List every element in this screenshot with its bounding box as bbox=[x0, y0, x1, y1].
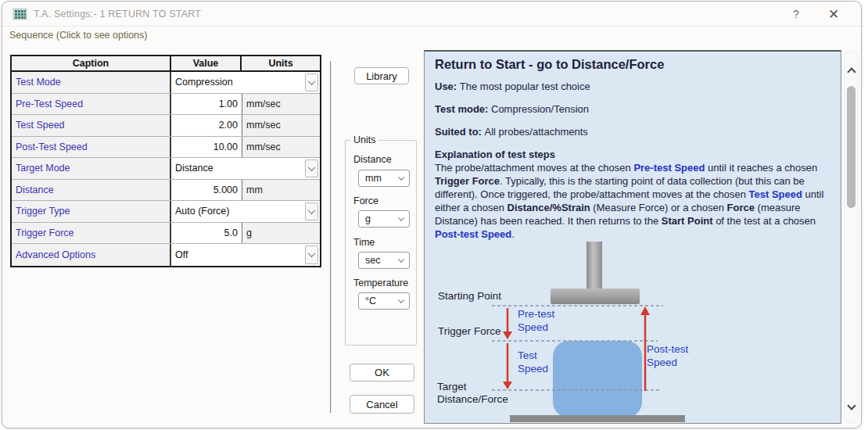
window-title: T.A. Settings:- 1 RETURN TO START bbox=[34, 9, 201, 20]
dropdown-value: Auto (Force) bbox=[175, 206, 229, 217]
info-suitedto-line: Suited to: All probes/attachments bbox=[435, 126, 831, 138]
value-cell[interactable]: 1.00 bbox=[171, 94, 242, 115]
trigger-force-label: Trigger Force bbox=[438, 325, 501, 338]
row-caption: Advanced Options bbox=[12, 244, 171, 266]
chevron-down-icon bbox=[308, 77, 316, 85]
time-unit-select[interactable]: sec bbox=[358, 252, 410, 269]
post-test-speed-label: Post-test Speed bbox=[647, 342, 688, 369]
value-dropdown[interactable]: Distance bbox=[171, 158, 320, 179]
table-header: Caption Value Units bbox=[12, 56, 320, 72]
value-cell[interactable]: 10.00 bbox=[171, 137, 242, 158]
ok-button[interactable]: OK bbox=[350, 364, 414, 382]
chevron-down-icon bbox=[308, 206, 316, 214]
units-groupbox-title: Units bbox=[350, 134, 378, 145]
info-testmode-line: Test mode: Compression/Tension bbox=[435, 103, 831, 115]
table-row: Trigger Force 5.0 g bbox=[12, 223, 320, 245]
force-unit-select[interactable]: g bbox=[358, 210, 410, 228]
dropdown-value: Off bbox=[175, 249, 188, 260]
panel-scrollbar[interactable] bbox=[844, 51, 859, 424]
units-cell: mm/sec bbox=[242, 115, 320, 136]
info-panel: Return to Start - go to Distance/Force U… bbox=[424, 50, 841, 424]
target-distance-force-label: Target Distance/Force bbox=[437, 381, 508, 406]
help-button[interactable]: ? bbox=[786, 5, 806, 23]
starting-point-label: Starting Point bbox=[438, 290, 501, 303]
sample-graphic bbox=[553, 341, 642, 417]
chevron-down-icon bbox=[398, 256, 404, 262]
chevron-down-icon bbox=[398, 214, 404, 220]
units-cell: mm bbox=[242, 180, 320, 201]
time-unit-value: sec bbox=[365, 255, 380, 266]
row-caption: Distance bbox=[12, 180, 171, 201]
distance-unit-label: Distance bbox=[353, 154, 392, 165]
dropdown-value: Distance bbox=[175, 163, 213, 174]
header-units: Units bbox=[242, 56, 320, 70]
table-row: Post-Test Speed 10.00 mm/sec bbox=[12, 137, 320, 159]
pre-test-speed-label: Pre-test Speed bbox=[518, 307, 554, 334]
value-dropdown[interactable]: Auto (Force) bbox=[171, 201, 320, 222]
header-value: Value bbox=[171, 56, 242, 70]
value-cell[interactable]: 5.0 bbox=[171, 223, 242, 244]
scrollbar-thumb[interactable] bbox=[847, 86, 855, 208]
value-dropdown[interactable]: Compression bbox=[171, 72, 320, 93]
row-caption: Target Mode bbox=[12, 158, 171, 179]
force-unit-value: g bbox=[365, 213, 371, 224]
table-row: Trigger Type Auto (Force) bbox=[12, 201, 320, 223]
title-bar[interactable]: T.A. Settings:- 1 RETURN TO START ? ✕ bbox=[2, 2, 861, 27]
table-row: Pre-Test Speed 1.00 mm/sec bbox=[12, 94, 320, 116]
cancel-button[interactable]: Cancel bbox=[350, 395, 414, 414]
chevron-down-icon bbox=[398, 296, 404, 303]
units-cell: mm/sec bbox=[242, 94, 320, 115]
info-heading: Return to Start - go to Distance/Force bbox=[435, 57, 831, 72]
force-unit-label: Force bbox=[353, 195, 378, 206]
units-groupbox: Units Distance mm Force g Time sec Tempe… bbox=[345, 140, 417, 346]
value-dropdown[interactable]: Off bbox=[171, 244, 320, 266]
test-speed-label: Test Speed bbox=[518, 349, 548, 375]
explanation-paragraph: The probe/attachment moves at the chosen… bbox=[435, 161, 832, 241]
dropdown-button[interactable] bbox=[305, 159, 318, 177]
row-caption: Test Mode bbox=[12, 72, 171, 93]
chevron-down-icon bbox=[398, 174, 404, 180]
dropdown-value: Compression bbox=[175, 77, 233, 88]
row-caption: Pre-Test Speed bbox=[12, 94, 171, 115]
close-button[interactable]: ✕ bbox=[823, 5, 844, 23]
dialog-window: T.A. Settings:- 1 RETURN TO START ? ✕ Se… bbox=[2, 1, 862, 428]
row-caption: Post-Test Speed bbox=[12, 137, 171, 158]
probe-stem-graphic bbox=[586, 242, 602, 290]
temperature-unit-select[interactable]: °C bbox=[358, 292, 410, 310]
value-cell[interactable]: 5.000 bbox=[171, 180, 242, 201]
settings-table: Caption Value Units Test Mode Compressio… bbox=[10, 55, 321, 267]
chevron-down-icon[interactable] bbox=[847, 401, 855, 410]
sequence-bar[interactable]: Sequence (Click to see options) bbox=[2, 27, 861, 45]
table-row: Distance 5.000 mm bbox=[12, 180, 320, 202]
units-cell: g bbox=[242, 223, 320, 244]
probe-plate-graphic bbox=[551, 288, 640, 304]
sequence-label[interactable]: Sequence (Click to see options) bbox=[9, 30, 147, 41]
library-button[interactable]: Library bbox=[354, 67, 409, 84]
row-caption: Test Speed bbox=[12, 115, 171, 136]
table-row: Advanced Options Off bbox=[12, 244, 320, 266]
base-platform-graphic bbox=[510, 415, 685, 422]
distance-unit-select[interactable]: mm bbox=[358, 170, 410, 187]
distance-unit-value: mm bbox=[365, 173, 382, 184]
splitter-divider[interactable] bbox=[330, 61, 332, 413]
temperature-unit-value: °C bbox=[365, 296, 376, 306]
chevron-down-icon bbox=[308, 249, 316, 257]
row-caption: Trigger Type bbox=[12, 201, 171, 222]
app-icon bbox=[13, 9, 27, 20]
dropdown-button[interactable] bbox=[305, 202, 318, 220]
dropdown-button[interactable] bbox=[305, 73, 318, 91]
header-caption: Caption bbox=[12, 56, 171, 70]
row-caption: Trigger Force bbox=[12, 223, 171, 244]
table-row: Test Speed 2.00 mm/sec bbox=[12, 115, 320, 137]
chevron-down-icon bbox=[308, 163, 316, 171]
explanation-title: Explanation of test steps bbox=[435, 149, 831, 160]
table-row: Target Mode Distance bbox=[12, 158, 320, 180]
info-use-line: Use: The most popular test choice bbox=[435, 81, 831, 92]
temperature-unit-label: Temperature bbox=[353, 278, 408, 288]
units-cell: mm/sec bbox=[242, 137, 320, 158]
table-row: Test Mode Compression bbox=[12, 72, 320, 94]
time-unit-label: Time bbox=[353, 237, 375, 248]
value-cell[interactable]: 2.00 bbox=[171, 115, 242, 136]
dropdown-button[interactable] bbox=[305, 245, 318, 264]
chevron-up-icon[interactable] bbox=[847, 67, 855, 76]
